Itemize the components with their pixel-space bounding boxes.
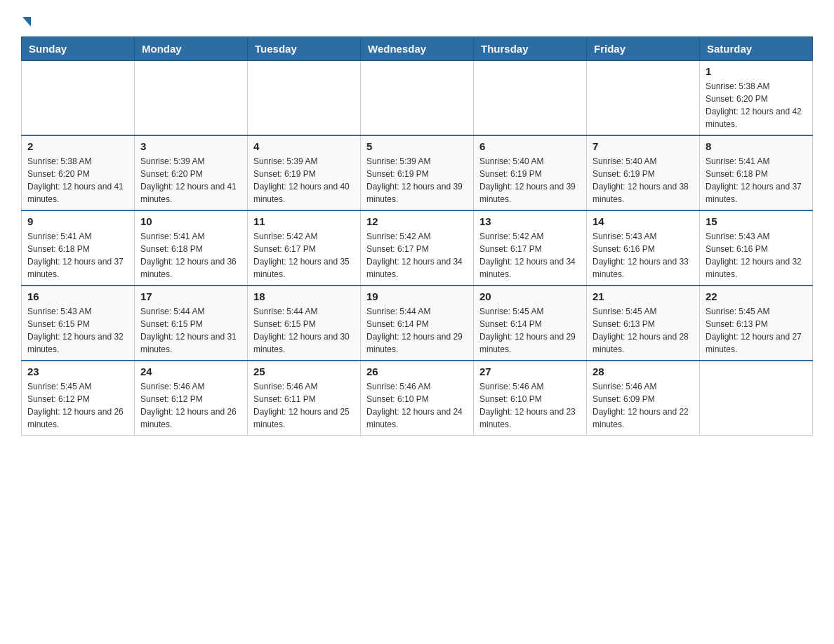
day-number: 23 bbox=[27, 365, 128, 377]
calendar-cell: 16Sunrise: 5:43 AMSunset: 6:15 PMDayligh… bbox=[22, 286, 135, 361]
day-number: 6 bbox=[479, 140, 581, 152]
calendar-cell: 6Sunrise: 5:40 AMSunset: 6:19 PMDaylight… bbox=[474, 135, 587, 210]
calendar-cell: 8Sunrise: 5:41 AMSunset: 6:18 PMDaylight… bbox=[700, 135, 813, 210]
calendar-cell: 3Sunrise: 5:39 AMSunset: 6:20 PMDaylight… bbox=[135, 135, 248, 210]
calendar-cell: 11Sunrise: 5:42 AMSunset: 6:17 PMDayligh… bbox=[248, 210, 361, 286]
day-info: Sunrise: 5:41 AMSunset: 6:18 PMDaylight:… bbox=[140, 230, 241, 281]
calendar-cell: 9Sunrise: 5:41 AMSunset: 6:18 PMDaylight… bbox=[22, 210, 135, 286]
day-number: 1 bbox=[706, 65, 807, 77]
calendar-cell bbox=[361, 61, 474, 136]
logo-arrow-icon bbox=[22, 17, 31, 27]
day-info: Sunrise: 5:38 AMSunset: 6:20 PMDaylight:… bbox=[27, 155, 128, 206]
calendar-table: SundayMondayTuesdayWednesdayThursdayFrid… bbox=[21, 36, 813, 436]
day-info: Sunrise: 5:45 AMSunset: 6:13 PMDaylight:… bbox=[593, 305, 694, 356]
day-number: 26 bbox=[366, 365, 468, 377]
calendar-cell: 20Sunrise: 5:45 AMSunset: 6:14 PMDayligh… bbox=[474, 286, 587, 361]
day-number: 7 bbox=[593, 140, 694, 152]
day-info: Sunrise: 5:43 AMSunset: 6:15 PMDaylight:… bbox=[27, 305, 128, 356]
calendar-cell: 26Sunrise: 5:46 AMSunset: 6:10 PMDayligh… bbox=[361, 361, 474, 436]
calendar-cell: 14Sunrise: 5:43 AMSunset: 6:16 PMDayligh… bbox=[587, 210, 700, 286]
day-number: 10 bbox=[140, 215, 241, 227]
calendar-header-thursday: Thursday bbox=[474, 37, 587, 61]
day-number: 19 bbox=[366, 290, 468, 302]
calendar-cell bbox=[587, 61, 700, 136]
calendar-cell: 27Sunrise: 5:46 AMSunset: 6:10 PMDayligh… bbox=[474, 361, 587, 436]
calendar-week-row: 16Sunrise: 5:43 AMSunset: 6:15 PMDayligh… bbox=[22, 286, 813, 361]
day-number: 15 bbox=[706, 215, 807, 227]
day-info: Sunrise: 5:38 AMSunset: 6:20 PMDaylight:… bbox=[706, 80, 807, 130]
day-info: Sunrise: 5:46 AMSunset: 6:09 PMDaylight:… bbox=[593, 380, 694, 431]
day-info: Sunrise: 5:40 AMSunset: 6:19 PMDaylight:… bbox=[593, 155, 694, 206]
calendar-cell: 25Sunrise: 5:46 AMSunset: 6:11 PMDayligh… bbox=[248, 361, 361, 436]
day-number: 27 bbox=[479, 365, 581, 377]
day-number: 4 bbox=[253, 140, 355, 152]
calendar-cell bbox=[474, 61, 587, 136]
calendar-cell: 19Sunrise: 5:44 AMSunset: 6:14 PMDayligh… bbox=[361, 286, 474, 361]
day-number: 17 bbox=[140, 290, 241, 302]
day-number: 3 bbox=[140, 140, 241, 152]
day-number: 11 bbox=[253, 215, 355, 227]
calendar-header-sunday: Sunday bbox=[22, 37, 135, 61]
calendar-header-saturday: Saturday bbox=[700, 37, 813, 61]
calendar-cell: 13Sunrise: 5:42 AMSunset: 6:17 PMDayligh… bbox=[474, 210, 587, 286]
calendar-cell: 2Sunrise: 5:38 AMSunset: 6:20 PMDaylight… bbox=[22, 135, 135, 210]
calendar-week-row: 9Sunrise: 5:41 AMSunset: 6:18 PMDaylight… bbox=[22, 210, 813, 286]
day-info: Sunrise: 5:45 AMSunset: 6:12 PMDaylight:… bbox=[27, 380, 128, 431]
day-info: Sunrise: 5:44 AMSunset: 6:14 PMDaylight:… bbox=[366, 305, 468, 356]
calendar-header-friday: Friday bbox=[587, 37, 700, 61]
day-info: Sunrise: 5:39 AMSunset: 6:19 PMDaylight:… bbox=[366, 155, 468, 206]
day-info: Sunrise: 5:42 AMSunset: 6:17 PMDaylight:… bbox=[253, 230, 355, 281]
calendar-cell: 10Sunrise: 5:41 AMSunset: 6:18 PMDayligh… bbox=[135, 210, 248, 286]
day-info: Sunrise: 5:41 AMSunset: 6:18 PMDaylight:… bbox=[706, 155, 807, 206]
calendar-cell: 1Sunrise: 5:38 AMSunset: 6:20 PMDaylight… bbox=[700, 61, 813, 136]
logo bbox=[21, 14, 31, 25]
calendar-cell: 12Sunrise: 5:42 AMSunset: 6:17 PMDayligh… bbox=[361, 210, 474, 286]
day-info: Sunrise: 5:42 AMSunset: 6:17 PMDaylight:… bbox=[366, 230, 468, 281]
day-info: Sunrise: 5:46 AMSunset: 6:11 PMDaylight:… bbox=[253, 380, 355, 431]
calendar-cell: 5Sunrise: 5:39 AMSunset: 6:19 PMDaylight… bbox=[361, 135, 474, 210]
calendar-header-monday: Monday bbox=[135, 37, 248, 61]
calendar-cell: 23Sunrise: 5:45 AMSunset: 6:12 PMDayligh… bbox=[22, 361, 135, 436]
day-info: Sunrise: 5:46 AMSunset: 6:10 PMDaylight:… bbox=[479, 380, 581, 431]
calendar-cell bbox=[22, 61, 135, 136]
day-number: 21 bbox=[593, 290, 694, 302]
calendar-cell bbox=[700, 361, 813, 436]
day-number: 24 bbox=[140, 365, 241, 377]
calendar-header-wednesday: Wednesday bbox=[361, 37, 474, 61]
day-number: 12 bbox=[366, 215, 468, 227]
day-info: Sunrise: 5:45 AMSunset: 6:14 PMDaylight:… bbox=[479, 305, 581, 356]
calendar-cell: 28Sunrise: 5:46 AMSunset: 6:09 PMDayligh… bbox=[587, 361, 700, 436]
calendar-cell: 24Sunrise: 5:46 AMSunset: 6:12 PMDayligh… bbox=[135, 361, 248, 436]
day-number: 28 bbox=[593, 365, 694, 377]
day-number: 20 bbox=[479, 290, 581, 302]
day-info: Sunrise: 5:44 AMSunset: 6:15 PMDaylight:… bbox=[140, 305, 241, 356]
day-info: Sunrise: 5:41 AMSunset: 6:18 PMDaylight:… bbox=[27, 230, 128, 281]
day-info: Sunrise: 5:39 AMSunset: 6:19 PMDaylight:… bbox=[253, 155, 355, 206]
calendar-cell bbox=[248, 61, 361, 136]
page-header bbox=[21, 14, 813, 25]
day-number: 22 bbox=[706, 290, 807, 302]
calendar-cell: 15Sunrise: 5:43 AMSunset: 6:16 PMDayligh… bbox=[700, 210, 813, 286]
day-info: Sunrise: 5:44 AMSunset: 6:15 PMDaylight:… bbox=[253, 305, 355, 356]
calendar-header-tuesday: Tuesday bbox=[248, 37, 361, 61]
calendar-cell: 17Sunrise: 5:44 AMSunset: 6:15 PMDayligh… bbox=[135, 286, 248, 361]
day-info: Sunrise: 5:45 AMSunset: 6:13 PMDaylight:… bbox=[706, 305, 807, 356]
day-number: 16 bbox=[27, 290, 128, 302]
day-info: Sunrise: 5:39 AMSunset: 6:20 PMDaylight:… bbox=[140, 155, 241, 206]
day-number: 25 bbox=[253, 365, 355, 377]
calendar-cell: 21Sunrise: 5:45 AMSunset: 6:13 PMDayligh… bbox=[587, 286, 700, 361]
calendar-cell: 4Sunrise: 5:39 AMSunset: 6:19 PMDaylight… bbox=[248, 135, 361, 210]
calendar-cell: 18Sunrise: 5:44 AMSunset: 6:15 PMDayligh… bbox=[248, 286, 361, 361]
day-number: 5 bbox=[366, 140, 468, 152]
day-number: 2 bbox=[27, 140, 128, 152]
day-number: 14 bbox=[593, 215, 694, 227]
day-number: 18 bbox=[253, 290, 355, 302]
day-info: Sunrise: 5:42 AMSunset: 6:17 PMDaylight:… bbox=[479, 230, 581, 281]
day-info: Sunrise: 5:40 AMSunset: 6:19 PMDaylight:… bbox=[479, 155, 581, 206]
day-number: 13 bbox=[479, 215, 581, 227]
calendar-week-row: 23Sunrise: 5:45 AMSunset: 6:12 PMDayligh… bbox=[22, 361, 813, 436]
calendar-cell: 22Sunrise: 5:45 AMSunset: 6:13 PMDayligh… bbox=[700, 286, 813, 361]
day-info: Sunrise: 5:46 AMSunset: 6:10 PMDaylight:… bbox=[366, 380, 468, 431]
day-info: Sunrise: 5:43 AMSunset: 6:16 PMDaylight:… bbox=[706, 230, 807, 281]
calendar-week-row: 2Sunrise: 5:38 AMSunset: 6:20 PMDaylight… bbox=[22, 135, 813, 210]
